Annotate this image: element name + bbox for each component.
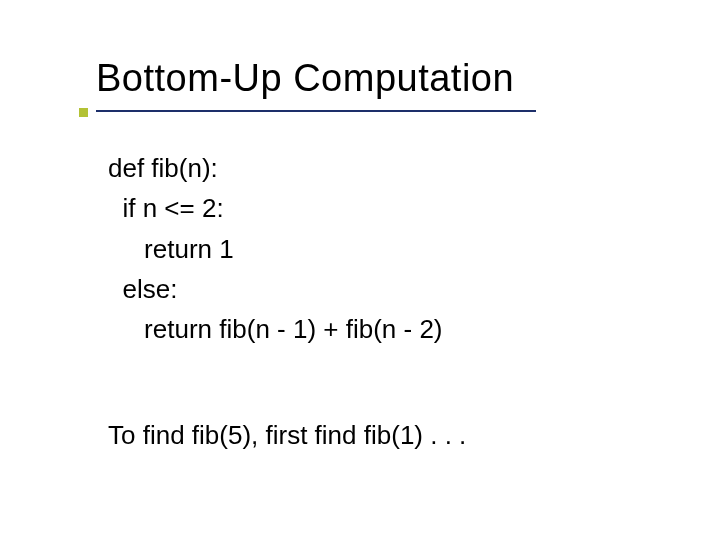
slide: Bottom-Up Computation def fib(n): if n <… — [0, 0, 720, 540]
code-line-1: def fib(n): — [108, 153, 218, 183]
slide-caption: To find fib(5), first find fib(1) . . . — [108, 420, 466, 451]
slide-title: Bottom-Up Computation — [96, 58, 514, 100]
code-block: def fib(n): if n <= 2: return 1 else: re… — [108, 148, 443, 349]
code-line-3: return 1 — [108, 234, 234, 264]
slide-title-wrap: Bottom-Up Computation — [96, 58, 514, 100]
title-bullet-icon — [79, 108, 88, 117]
code-line-4: else: — [108, 274, 177, 304]
code-line-2: if n <= 2: — [108, 193, 224, 223]
title-underline — [96, 110, 536, 112]
code-line-5: return fib(n - 1) + fib(n - 2) — [108, 314, 443, 344]
